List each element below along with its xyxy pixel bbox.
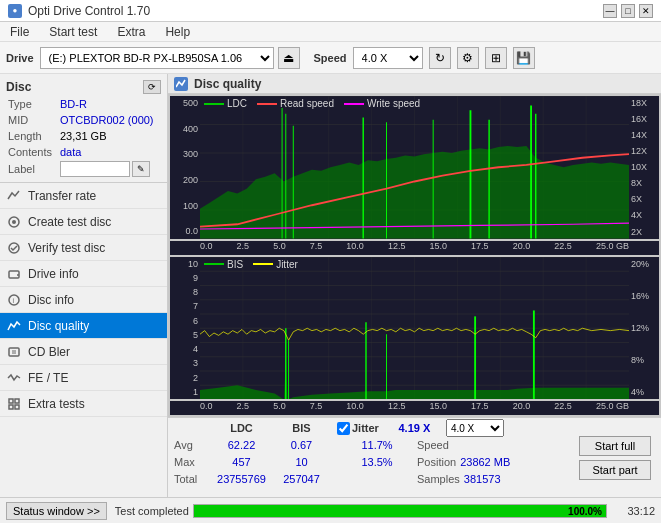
drive-label: Drive xyxy=(6,52,34,64)
drive-info-icon xyxy=(6,266,22,282)
cd-bler-icon xyxy=(6,344,22,360)
app-icon: ● xyxy=(8,4,22,18)
verify-test-disc-icon xyxy=(6,240,22,256)
speed-val-header: 4.19 X xyxy=(387,422,442,434)
disc-type-value: BD-R xyxy=(60,98,159,110)
disc-label-input[interactable] xyxy=(60,161,130,177)
menu-help[interactable]: Help xyxy=(159,24,196,40)
legend-read-speed: Read speed xyxy=(257,98,334,109)
total-bis-value: 257047 xyxy=(274,473,329,485)
disc-info-icon: i xyxy=(6,292,22,308)
top-chart-svg xyxy=(200,96,629,239)
speed-select[interactable]: 4.0 X xyxy=(353,47,423,69)
menu-start-test[interactable]: Start test xyxy=(43,24,103,40)
svg-point-1 xyxy=(12,220,16,224)
sidebar-item-transfer-rate[interactable]: Transfer rate xyxy=(0,183,167,209)
speed-label-row: Speed xyxy=(417,439,449,451)
disc-quality-icon xyxy=(6,318,22,334)
bottom-chart-y-axis-left: 10 9 8 7 6 5 4 3 2 1 xyxy=(170,257,200,400)
start-full-button[interactable]: Start full xyxy=(579,436,651,456)
progress-percent: 100.0% xyxy=(568,505,602,516)
svg-rect-13 xyxy=(15,405,19,409)
avg-row-label: Avg xyxy=(174,439,209,451)
top-chart-main: LDC Read speed Write speed xyxy=(200,96,629,239)
settings-button[interactable]: ⚙ xyxy=(457,47,479,69)
sidebar-item-extra-tests-label: Extra tests xyxy=(28,397,85,411)
sidebar-item-disc-quality-label: Disc quality xyxy=(28,319,89,333)
jitter-col-header: Jitter xyxy=(352,422,379,434)
samples-label: Samples xyxy=(417,473,460,485)
sidebar-item-transfer-rate-label: Transfer rate xyxy=(28,189,96,203)
sidebar-item-cd-bler[interactable]: CD Bler xyxy=(0,339,167,365)
sidebar-item-disc-info[interactable]: i Disc info xyxy=(0,287,167,313)
main-layout: Disc ⟳ Type BD-R MID OTCBDR002 (000) Len… xyxy=(0,74,661,497)
sidebar-item-extra-tests[interactable]: Extra tests xyxy=(0,391,167,417)
max-ldc-value: 457 xyxy=(209,456,274,468)
max-bis-value: 10 xyxy=(274,456,329,468)
legend-jitter: Jitter xyxy=(253,259,298,270)
menu-file[interactable]: File xyxy=(4,24,35,40)
copy-button[interactable]: ⊞ xyxy=(485,47,507,69)
legend-jitter-label: Jitter xyxy=(276,259,298,270)
app-title: Opti Drive Control 1.70 xyxy=(28,4,150,18)
title-bar: ● Opti Drive Control 1.70 — □ ✕ xyxy=(0,0,661,22)
position-label: Position xyxy=(417,456,456,468)
top-chart-legend: LDC Read speed Write speed xyxy=(204,98,420,109)
legend-write-speed: Write speed xyxy=(344,98,420,109)
position-value: 23862 MB xyxy=(460,456,510,468)
close-button[interactable]: ✕ xyxy=(639,4,653,18)
eject-button[interactable]: ⏏ xyxy=(278,47,300,69)
sidebar-item-create-test-disc[interactable]: Create test disc xyxy=(0,209,167,235)
legend-write-color xyxy=(344,103,364,105)
stats-bar: LDC BIS Jitter 4.19 X 4.0 X Avg xyxy=(168,417,661,497)
sidebar-item-verify-test-disc[interactable]: Verify test disc xyxy=(0,235,167,261)
minimize-button[interactable]: — xyxy=(603,4,617,18)
disc-mid-row: MID OTCBDR002 (000) xyxy=(0,112,167,128)
bottom-chart: 10 9 8 7 6 5 4 3 2 1 BIS xyxy=(170,257,659,400)
disc-type-row: Type BD-R xyxy=(0,96,167,112)
chart-title-text: Disc quality xyxy=(194,77,261,91)
sidebar: Disc ⟳ Type BD-R MID OTCBDR002 (000) Len… xyxy=(0,74,168,497)
refresh-button[interactable]: ↻ xyxy=(429,47,451,69)
bottom-chart-svg xyxy=(200,257,629,400)
disc-refresh-icon[interactable]: ⟳ xyxy=(143,80,161,94)
top-chart-x-axis: 0.0 2.5 5.0 7.5 10.0 12.5 15.0 17.5 20.0… xyxy=(170,241,659,255)
svg-text:i: i xyxy=(13,297,15,304)
status-window-button[interactable]: Status window >> xyxy=(6,502,107,520)
speed-label: Speed xyxy=(314,52,347,64)
sidebar-item-disc-quality[interactable]: Disc quality xyxy=(0,313,167,339)
max-jitter-value: 13.5% xyxy=(337,456,417,468)
disc-type-label: Type xyxy=(8,98,60,110)
menu-bar: File Start test Extra Help xyxy=(0,22,661,42)
chart-header: Disc quality xyxy=(168,74,661,94)
top-chart-y-axis-left: 500 400 300 200 100 0.0 xyxy=(170,96,200,239)
top-chart-y-axis-right: 18X 16X 14X 12X 10X 8X 6X 4X 2X xyxy=(629,96,659,239)
samples-value: 381573 xyxy=(464,473,501,485)
legend-bis-label: BIS xyxy=(227,259,243,270)
menu-extra[interactable]: Extra xyxy=(111,24,151,40)
drive-select[interactable]: (E:) PLEXTOR BD-R PX-LB950SA 1.06 xyxy=(40,47,274,69)
maximize-button[interactable]: □ xyxy=(621,4,635,18)
bottom-chart-x-axis: 0.0 2.5 5.0 7.5 10.0 12.5 15.0 17.5 20.0… xyxy=(170,401,659,415)
start-part-button[interactable]: Start part xyxy=(579,460,651,480)
legend-write-label: Write speed xyxy=(367,98,420,109)
speed-dropdown[interactable]: 4.0 X xyxy=(446,419,504,437)
jitter-checkbox[interactable] xyxy=(337,422,350,435)
legend-jitter-color xyxy=(253,263,273,265)
disc-length-value: 23,31 GB xyxy=(60,130,159,142)
charts-area: 500 400 300 200 100 0.0 LDC xyxy=(168,94,661,417)
create-test-disc-icon xyxy=(6,214,22,230)
sidebar-item-drive-info[interactable]: Drive info xyxy=(0,261,167,287)
disc-label-btn[interactable]: ✎ xyxy=(132,161,150,177)
sidebar-item-create-test-disc-label: Create test disc xyxy=(28,215,111,229)
total-ldc-value: 23755769 xyxy=(209,473,274,485)
sidebar-item-fe-te[interactable]: FE / TE xyxy=(0,365,167,391)
avg-jitter-value: 11.7% xyxy=(337,439,417,451)
disc-section: Disc ⟳ Type BD-R MID OTCBDR002 (000) Len… xyxy=(0,74,167,183)
save-button[interactable]: 💾 xyxy=(513,47,535,69)
legend-read-label: Read speed xyxy=(280,98,334,109)
chart-title-icon xyxy=(174,77,188,91)
total-row-label: Total xyxy=(174,473,209,485)
legend-ldc-label: LDC xyxy=(227,98,247,109)
sidebar-item-cd-bler-label: CD Bler xyxy=(28,345,70,359)
